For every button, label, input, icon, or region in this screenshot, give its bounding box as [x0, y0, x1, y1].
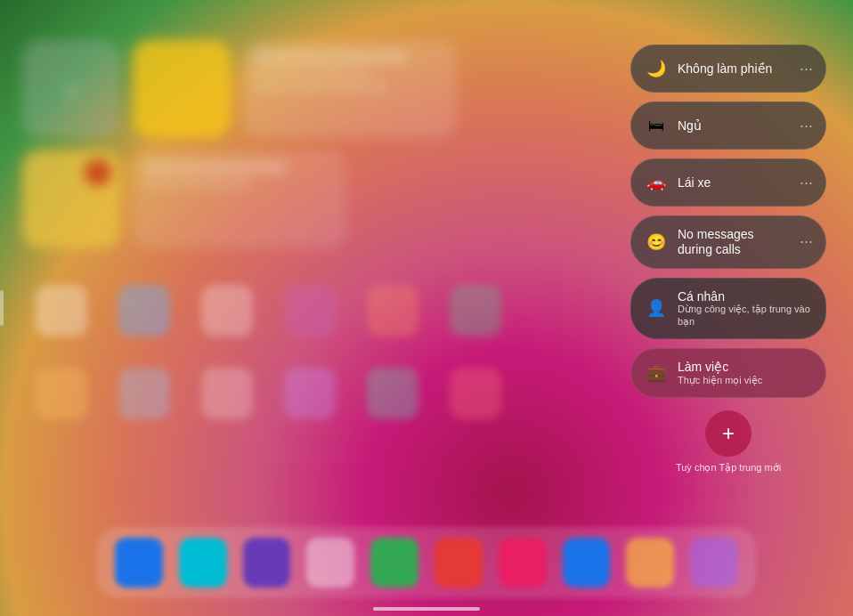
widgets-area: ›: [22, 40, 521, 272]
dock-icon-3[interactable]: [243, 538, 291, 588]
app-icon: [450, 285, 501, 336]
home-indicator: [373, 607, 480, 611]
dock-icon-10[interactable]: [690, 538, 738, 588]
widget-notes: [22, 150, 120, 248]
person-icon: 👤: [644, 296, 669, 320]
add-focus-button[interactable]: +: [705, 410, 751, 457]
widget-wide: [243, 40, 457, 138]
widget-small-1: ›: [22, 40, 120, 138]
dock-icon-7[interactable]: [499, 538, 547, 588]
focus-item-lai-xe[interactable]: 🚗 Lái xe ···: [630, 158, 826, 207]
add-focus-container[interactable]: + Tuỳ chọn Tập trung mới: [630, 410, 826, 474]
focus-label-no-messages: No messagesduring calls: [678, 227, 791, 257]
dock-icon-6[interactable]: [435, 538, 483, 588]
add-focus-label: Tuỳ chọn Tập trung mới: [676, 462, 781, 474]
focus-label-khong-lam-phien: Không làm phiền: [678, 61, 791, 77]
app-icon: [450, 368, 501, 419]
bed-icon: 🛏: [644, 113, 669, 138]
dock-icon-4[interactable]: [306, 538, 354, 588]
widget-medium: [133, 150, 346, 248]
car-icon: 🚗: [644, 170, 669, 195]
dock-icon-9[interactable]: [626, 538, 674, 588]
dock-icon-2[interactable]: [179, 538, 227, 588]
app-icon: [201, 285, 253, 336]
more-icon-ngu[interactable]: ···: [800, 117, 813, 135]
focus-item-no-messages[interactable]: 😊 No messagesduring calls ···: [630, 215, 826, 269]
dock: [97, 527, 756, 598]
focus-item-lam-viec[interactable]: 💼 Làm việc Thực hiện mọi việc: [630, 348, 826, 398]
more-icon-no-messages[interactable]: ···: [800, 232, 813, 251]
app-icons-area: [18, 285, 525, 419]
widget-yellow: [133, 40, 231, 138]
app-icon: [284, 285, 336, 336]
focus-item-khong-lam-phien[interactable]: 🌙 Không làm phiền ···: [630, 45, 826, 93]
focus-label-lam-viec: Làm việc Thực hiện mọi việc: [678, 360, 813, 386]
app-icon: [367, 285, 418, 336]
app-icon: [201, 368, 253, 419]
focus-label-ngu: Ngủ: [678, 118, 791, 134]
dock-icon-8[interactable]: [563, 538, 611, 588]
app-row-1: [18, 285, 525, 336]
more-icon-khong-lam-phien[interactable]: ···: [800, 60, 813, 78]
more-icon-lai-xe[interactable]: ···: [800, 174, 813, 192]
moon-icon: 🌙: [644, 56, 669, 81]
focus-panel: 🌙 Không làm phiền ··· 🛏 Ngủ ··· 🚗 Lái xe…: [630, 45, 826, 474]
app-icon: [36, 368, 87, 419]
dock-icon-1[interactable]: [115, 538, 163, 588]
focus-item-ngu[interactable]: 🛏 Ngủ ···: [630, 101, 826, 150]
app-row-2: [18, 368, 525, 419]
dock-icon-5[interactable]: [370, 538, 418, 588]
focus-item-ca-nhan[interactable]: 👤 Cá nhân Dừng công việc, tập trung vào …: [630, 278, 826, 339]
focus-label-lai-xe: Lái xe: [678, 175, 791, 190]
briefcase-icon: 💼: [644, 361, 669, 385]
emoji-icon: 😊: [644, 230, 669, 255]
app-icon: [36, 285, 87, 336]
focus-label-ca-nhan: Cá nhân Dừng công việc, tập trung vào bạ…: [678, 289, 813, 328]
app-icon: [284, 368, 336, 419]
app-icon: [118, 285, 170, 336]
app-icon: [367, 368, 418, 419]
app-icon: [118, 368, 170, 419]
sidebar-handle: [0, 290, 4, 326]
